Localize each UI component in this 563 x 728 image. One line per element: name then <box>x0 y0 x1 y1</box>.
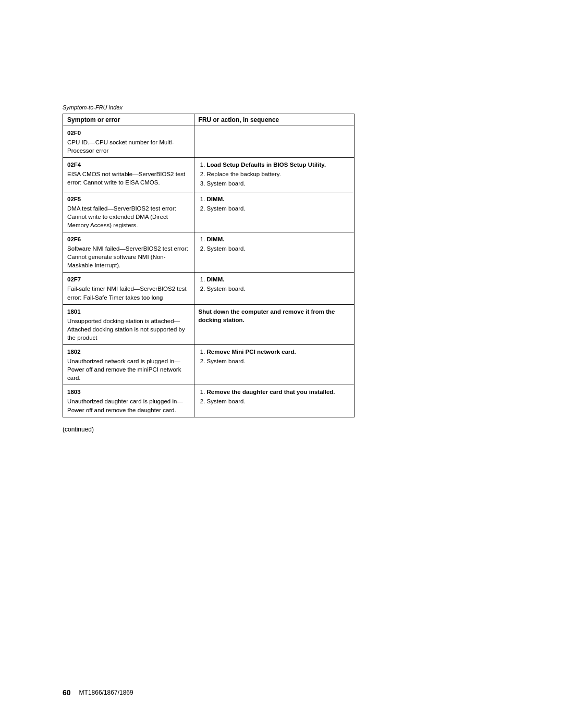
symptom-table: Symptom or error FRU or action, in seque… <box>63 114 354 417</box>
action-list-item: DIMM. <box>207 235 350 243</box>
action-list-item: System board. <box>207 204 350 213</box>
content-area: Symptom-to-FRU index Symptom or error FR… <box>0 0 563 485</box>
section-label: Symptom-to-FRU index <box>63 104 500 110</box>
symptom-cell: 1803Unauthorized daughter card is plugge… <box>63 385 194 417</box>
action-bold-text: DIMM. <box>207 196 225 202</box>
table-row: 02F5DMA test failed—ServerBIOS2 test err… <box>63 192 354 232</box>
error-code: 1801 <box>67 307 190 316</box>
action-list-item: System board. <box>207 179 350 188</box>
page-footer: 60 MT1866/1867/1869 <box>63 688 500 697</box>
action-list-item: DIMM. <box>207 275 350 283</box>
error-code: 02F7 <box>67 275 190 283</box>
error-code: 1802 <box>67 348 190 356</box>
action-cell: Remove the daughter card that you instal… <box>194 385 354 417</box>
action-bold-text: Load Setup Defaults in BIOS Setup Utilit… <box>207 162 326 168</box>
action-list: Load Setup Defaults in BIOS Setup Utilit… <box>199 161 350 188</box>
action-list-item: Remove Mini PCI network card. <box>207 348 350 356</box>
table-row: 1803Unauthorized daughter card is plugge… <box>63 385 354 417</box>
table-row: 1802Unauthorized network card is plugged… <box>63 344 354 385</box>
action-list: DIMM.System board. <box>199 275 350 293</box>
table-row: 02F0CPU ID.—CPU socket number for Multi-… <box>63 126 354 158</box>
action-cell: Shut down the computer and remove it fro… <box>194 304 354 344</box>
action-bold-text: Remove the daughter card that you instal… <box>207 389 335 395</box>
action-list-item: Replace the backup battery. <box>207 170 350 178</box>
symptom-cell: 02F7Fail-safe timer NMI failed—ServerBIO… <box>63 273 194 304</box>
table-row: 02F4EISA CMOS not writable—ServerBIOS2 t… <box>63 158 354 192</box>
action-list-item: System board. <box>207 397 350 405</box>
action-list-item: System board. <box>207 285 350 293</box>
error-code: 02F6 <box>67 235 190 243</box>
page-container: Symptom-to-FRU index Symptom or error FR… <box>0 0 563 728</box>
action-list-item: DIMM. <box>207 195 350 203</box>
symptom-cell: 02F4EISA CMOS not writable—ServerBIOS2 t… <box>63 158 194 192</box>
symptom-cell: 1801Unsupported docking station is attac… <box>63 304 194 344</box>
model-number: MT1866/1867/1869 <box>79 689 133 696</box>
symptom-cell: 02F0CPU ID.—CPU socket number for Multi-… <box>63 126 194 158</box>
action-cell <box>194 126 354 158</box>
action-bold-text: DIMM. <box>207 276 225 282</box>
action-bold-text: Shut down the computer and remove it fro… <box>199 309 335 323</box>
col-header-symptom: Symptom or error <box>63 114 194 126</box>
action-list: Remove the daughter card that you instal… <box>199 388 350 405</box>
action-list-item: Load Setup Defaults in BIOS Setup Utilit… <box>207 161 350 169</box>
error-code: 02F0 <box>67 129 190 137</box>
action-list-item: System board. <box>207 357 350 365</box>
action-cell: Remove Mini PCI network card.System boar… <box>194 344 354 385</box>
table-row: 1801Unsupported docking station is attac… <box>63 304 354 344</box>
action-list: DIMM.System board. <box>199 195 350 213</box>
symptom-cell: 1802Unauthorized network card is plugged… <box>63 344 194 385</box>
action-cell: DIMM.System board. <box>194 273 354 304</box>
action-list: Remove Mini PCI network card.System boar… <box>199 348 350 365</box>
table-row: 02F6Software NMI failed—ServerBIOS2 test… <box>63 232 354 272</box>
error-code: 02F5 <box>67 195 190 203</box>
action-list-item: System board. <box>207 244 350 253</box>
page-number: 60 <box>63 688 71 697</box>
action-list: DIMM.System board. <box>199 235 350 253</box>
col-header-action: FRU or action, in sequence <box>194 114 354 126</box>
action-cell: Load Setup Defaults in BIOS Setup Utilit… <box>194 158 354 192</box>
action-cell: DIMM.System board. <box>194 232 354 272</box>
action-cell: DIMM.System board. <box>194 192 354 232</box>
symptom-cell: 02F5DMA test failed—ServerBIOS2 test err… <box>63 192 194 232</box>
table-row: 02F7Fail-safe timer NMI failed—ServerBIO… <box>63 273 354 304</box>
symptom-cell: 02F6Software NMI failed—ServerBIOS2 test… <box>63 232 194 272</box>
action-list-item: Remove the daughter card that you instal… <box>207 388 350 396</box>
error-code: 1803 <box>67 388 190 396</box>
action-bold-text: Remove Mini PCI network card. <box>207 349 296 355</box>
action-bold-text: DIMM. <box>207 236 225 242</box>
continued-label: (continued) <box>63 426 500 433</box>
error-code: 02F4 <box>67 161 190 169</box>
